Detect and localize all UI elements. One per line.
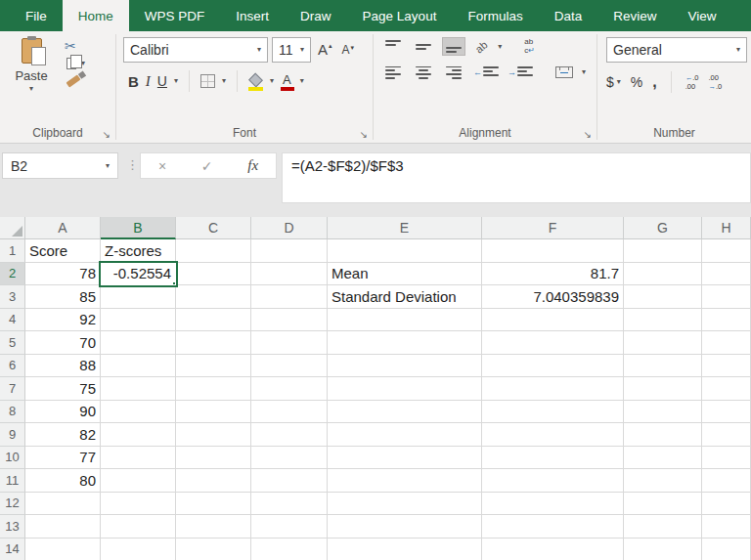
font-color-menu-icon[interactable]: ▾ — [300, 77, 304, 85]
cell-F9[interactable] — [482, 423, 624, 447]
cell-A12[interactable] — [25, 493, 101, 516]
column-header-H[interactable]: H — [702, 217, 751, 239]
cell-E10[interactable] — [328, 447, 482, 470]
paste-button[interactable]: Paste ▾ — [6, 36, 57, 123]
merge-center-menu-icon[interactable]: ▾ — [582, 68, 586, 76]
name-box[interactable]: B2 ▾ — [2, 152, 118, 179]
cell-F13[interactable] — [482, 515, 624, 538]
underline-menu-icon[interactable]: ▾ — [174, 77, 178, 85]
cell-E8[interactable] — [328, 401, 482, 424]
cell-A3[interactable]: 85 — [25, 285, 101, 309]
cell-B8[interactable] — [101, 401, 176, 424]
italic-button[interactable]: I — [146, 73, 151, 90]
comma-style-button[interactable]: , — [652, 77, 656, 87]
fill-handle[interactable] — [172, 281, 176, 285]
cell-A9[interactable]: 82 — [25, 423, 101, 447]
cell-C2[interactable] — [176, 263, 251, 286]
cell-B13[interactable] — [101, 515, 176, 538]
top-align-button[interactable] — [382, 38, 404, 55]
row-header-4[interactable]: 4 — [0, 309, 25, 332]
cell-A1[interactable]: Score — [25, 239, 101, 263]
cell-D1[interactable] — [251, 239, 328, 263]
tab-view[interactable]: View — [672, 0, 731, 31]
cell-D6[interactable] — [251, 355, 328, 378]
row-header-2[interactable]: 2 — [0, 263, 25, 286]
cell-F4[interactable] — [482, 309, 624, 332]
cell-F7[interactable] — [482, 377, 624, 401]
cell-H11[interactable] — [702, 469, 751, 493]
cell-G13[interactable] — [624, 515, 702, 538]
alignment-dialog-launcher-icon[interactable]: ↘ — [584, 130, 592, 140]
column-header-A[interactable]: A — [25, 217, 101, 239]
cell-E3[interactable]: Standard Deviation — [328, 285, 482, 309]
copy-icon[interactable] — [66, 58, 76, 69]
cell-E1[interactable] — [328, 239, 482, 263]
cell-A11[interactable]: 80 — [25, 469, 101, 493]
cell-F5[interactable] — [482, 331, 624, 355]
cell-B10[interactable] — [101, 447, 176, 470]
cell-A5[interactable]: 70 — [25, 331, 101, 355]
cell-G6[interactable] — [624, 355, 702, 378]
merge-center-icon[interactable] — [555, 66, 573, 78]
cell-D3[interactable] — [251, 285, 328, 309]
cell-H8[interactable] — [702, 401, 751, 424]
cell-F8[interactable] — [482, 401, 624, 424]
tab-home[interactable]: Home — [63, 0, 129, 31]
tab-draw[interactable]: Draw — [285, 0, 347, 31]
cell-D4[interactable] — [251, 309, 328, 332]
tab-wps-pdf[interactable]: WPS PDF — [129, 0, 221, 31]
underline-button[interactable]: U — [157, 73, 167, 89]
cell-G9[interactable] — [624, 423, 702, 447]
tab-file[interactable]: File — [10, 0, 63, 31]
cell-B1[interactable]: Z-scores — [101, 239, 176, 263]
cell-G12[interactable] — [624, 493, 702, 516]
cell-E7[interactable] — [328, 377, 482, 401]
increase-decimal-icon[interactable]: ←.0 .00 — [685, 73, 699, 91]
cell-F14[interactable] — [482, 538, 624, 560]
name-box-dropdown-icon[interactable]: ▾ — [106, 162, 110, 170]
cell-E12[interactable] — [328, 493, 482, 516]
cell-C12[interactable] — [176, 493, 251, 516]
cell-C7[interactable] — [176, 377, 251, 401]
accounting-format-button[interactable]: $ ▾ — [606, 74, 621, 90]
cell-D9[interactable] — [251, 423, 328, 447]
cell-C3[interactable] — [176, 285, 251, 309]
cell-G4[interactable] — [624, 309, 702, 332]
cell-B7[interactable] — [101, 377, 176, 401]
cell-F1[interactable] — [482, 239, 624, 263]
row-header-3[interactable]: 3 — [0, 285, 25, 309]
cell-E5[interactable] — [328, 331, 482, 355]
cell-G3[interactable] — [624, 285, 702, 309]
increase-indent-button[interactable]: → — [508, 66, 533, 79]
cell-D13[interactable] — [251, 515, 328, 538]
tab-insert[interactable]: Insert — [220, 0, 285, 31]
cell-A8[interactable]: 90 — [25, 401, 101, 424]
row-header-1[interactable]: 1 — [0, 239, 25, 263]
font-dialog-launcher-icon[interactable]: ↘ — [360, 130, 368, 140]
cell-F10[interactable] — [482, 447, 624, 470]
cell-E4[interactable] — [328, 309, 482, 332]
cell-B11[interactable] — [101, 469, 176, 493]
row-header-11[interactable]: 11 — [0, 469, 25, 493]
cell-B2[interactable]: -0.52554 — [101, 263, 176, 286]
cell-A2[interactable]: 78 — [25, 263, 101, 286]
cell-H6[interactable] — [702, 355, 751, 378]
row-header-13[interactable]: 13 — [0, 515, 25, 538]
font-size-select[interactable]: 11 ▾ — [272, 37, 311, 63]
cell-C4[interactable] — [176, 309, 251, 332]
increase-font-size-button[interactable]: A▴ — [315, 42, 335, 59]
column-header-E[interactable]: E — [328, 217, 482, 239]
cell-A10[interactable]: 77 — [25, 447, 101, 470]
cell-B9[interactable] — [101, 423, 176, 447]
cell-C1[interactable] — [176, 239, 251, 263]
cut-icon[interactable]: ✂ — [65, 39, 85, 53]
cell-H12[interactable] — [702, 493, 751, 516]
cell-B5[interactable] — [101, 331, 176, 355]
align-right-button[interactable] — [443, 65, 464, 81]
number-format-select[interactable]: General ▾ — [606, 37, 747, 63]
cell-H13[interactable] — [702, 515, 751, 538]
cell-D7[interactable] — [251, 377, 328, 401]
cell-H14[interactable] — [702, 538, 751, 560]
cell-H7[interactable] — [702, 377, 751, 401]
cell-G10[interactable] — [624, 447, 702, 470]
